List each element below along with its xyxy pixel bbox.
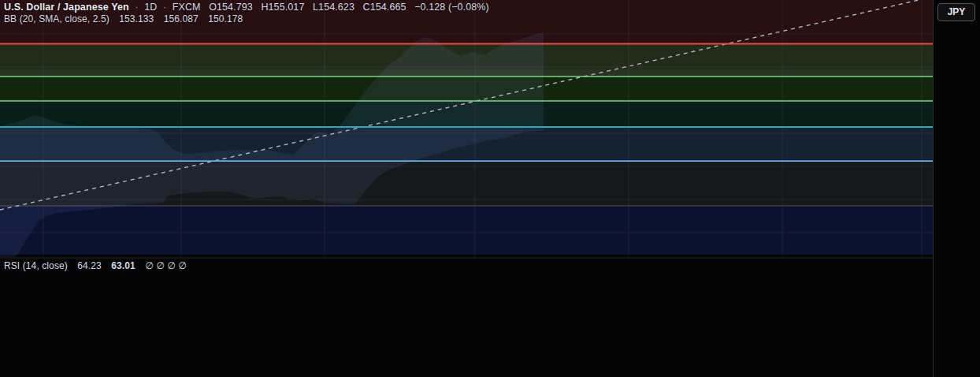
rsi-label[interactable]: RSI (14, close) xyxy=(4,260,68,271)
bb-indicator-legend[interactable]: BB (20, SMA, close, 2.5) 153.133 156.087… xyxy=(4,13,243,24)
chart-canvas[interactable] xyxy=(0,0,934,377)
symbol-title[interactable]: U.S. Dollar / Japanese Yen xyxy=(4,2,129,13)
ohlc-close: C154.665 xyxy=(363,2,406,13)
bb-lower-value: 150.178 xyxy=(208,13,243,24)
bb-basis-value: 153.133 xyxy=(119,13,154,24)
price-axis[interactable]: JPY xyxy=(933,0,980,377)
bb-upper-value: 156.087 xyxy=(164,13,199,24)
symbol-legend[interactable]: U.S. Dollar / Japanese Yen · 1D · FXCM O… xyxy=(4,2,489,13)
currency-button[interactable]: JPY xyxy=(937,3,975,21)
rsi-value: 64.23 xyxy=(77,260,102,271)
trading-chart-window: U.S. Dollar / Japanese Yen · 1D · FXCM O… xyxy=(0,0,980,377)
rsi-ma-value: 63.01 xyxy=(111,260,135,271)
rsi-indicator-legend[interactable]: RSI (14, close) 64.23 63.01 ∅ ∅ ∅ ∅ xyxy=(4,260,187,271)
ohlc-high: H155.017 xyxy=(261,2,304,13)
pane-separator[interactable] xyxy=(0,257,980,259)
change-label: −0.128 (−0.08%) xyxy=(414,2,489,13)
ohlc-open: O154.793 xyxy=(209,2,253,13)
bb-label[interactable]: BB (20, SMA, close, 2.5) xyxy=(4,13,110,24)
separator-dot: · xyxy=(135,2,138,13)
exchange-label[interactable]: FXCM xyxy=(173,2,201,13)
separator-dot: · xyxy=(163,2,166,13)
main-price-pane[interactable] xyxy=(0,0,934,268)
rsi-empty-values: ∅ ∅ ∅ ∅ xyxy=(145,260,187,271)
interval-label[interactable]: 1D xyxy=(144,2,157,13)
ohlc-low: L154.623 xyxy=(313,2,355,13)
